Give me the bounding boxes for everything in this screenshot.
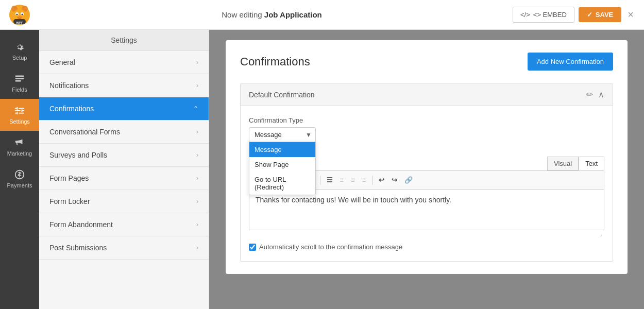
nav-item-confirmations[interactable]: Confirmations ⌃	[39, 97, 209, 121]
align-left-button[interactable]: ≡	[348, 175, 358, 185]
ordered-list-button[interactable]: ≡	[337, 175, 347, 185]
embed-label: <> EMBED	[533, 11, 567, 19]
card-header: Confirmations Add New Confirmation	[240, 53, 613, 71]
panel-actions: ✏ ∧	[586, 90, 604, 99]
chevron-right-icon: ›	[196, 175, 198, 182]
nav-item-post-submissions[interactable]: Post Submissions ›	[39, 236, 209, 260]
fields-label: Fields	[12, 87, 27, 93]
editor-content-area[interactable]: Thanks for contacting us! We will be in …	[249, 189, 604, 230]
nav-item-notifications[interactable]: Notifications ›	[39, 74, 209, 97]
megaphone-icon	[14, 137, 25, 148]
top-header: WPF Now editing Job Application </> <> E…	[0, 0, 644, 30]
toolbar-separator-2	[372, 176, 372, 185]
setup-label: Setup	[12, 55, 27, 61]
chevron-right-icon: ›	[196, 59, 198, 66]
nav-post-submissions-label: Post Submissions	[49, 244, 107, 252]
content-card: Confirmations Add New Confirmation Defau…	[226, 40, 628, 274]
svg-rect-13	[15, 80, 21, 82]
logo-icon: WPF	[8, 4, 31, 26]
svg-point-7	[22, 13, 23, 15]
nav-notifications-label: Notifications	[49, 81, 89, 90]
editing-title: Now editing Job Application	[222, 10, 322, 19]
nav-item-form-pages[interactable]: Form Pages ›	[39, 167, 209, 190]
auto-scroll-row: Automatically scroll to the confirmation…	[249, 243, 604, 251]
check-icon: ✓	[587, 11, 592, 19]
settings-heading: Settings	[39, 30, 209, 51]
nav-confirmations-label: Confirmations	[49, 105, 94, 113]
link-button[interactable]: 🔗	[402, 175, 415, 185]
fields-icon	[14, 73, 25, 84]
sidebar-item-marketing[interactable]: Marketing	[0, 131, 39, 163]
marketing-label: Marketing	[7, 150, 32, 157]
auto-scroll-label: Automatically scroll to the confirmation…	[259, 243, 402, 251]
option-show-page[interactable]: Show Page	[249, 157, 315, 172]
nav-item-form-locker[interactable]: Form Locker ›	[39, 190, 209, 213]
auto-scroll-checkbox[interactable]	[249, 244, 256, 251]
chevron-right-icon: ›	[196, 244, 198, 251]
main-content: Confirmations Add New Confirmation Defau…	[209, 30, 644, 309]
panel-header: Default Confirmation ✏ ∧	[241, 83, 613, 106]
editor-text: Thanks for contacting us! We will be in …	[256, 196, 451, 204]
main-layout: Setup Fields Settings Marketing	[0, 30, 644, 309]
tab-visual[interactable]: Visual	[547, 157, 579, 170]
chevron-right-icon: ›	[196, 128, 198, 135]
nav-form-abandonment-label: Form Abandonment	[49, 220, 113, 229]
nav-item-form-abandonment[interactable]: Form Abandonment ›	[39, 213, 209, 236]
dropdown-options: Message Show Page Go to URL (Redirect)	[249, 142, 316, 195]
redo-button[interactable]: ↪	[389, 175, 400, 185]
tab-text[interactable]: Text	[579, 157, 604, 170]
nav-item-surveys-polls[interactable]: Surveys and Polls ›	[39, 144, 209, 167]
save-label: SAVE	[596, 11, 613, 19]
svg-text:WPF: WPF	[16, 21, 23, 24]
sliders-icon	[14, 105, 25, 116]
save-button[interactable]: ✓ SAVE	[579, 7, 621, 22]
chevron-right-icon: ›	[196, 221, 198, 228]
confirmation-body: Confirmation Type Message Show Page Go t…	[241, 106, 613, 261]
nav-form-locker-label: Form Locker	[49, 197, 90, 205]
sidebar-item-payments[interactable]: Payments	[0, 163, 39, 195]
svg-rect-12	[15, 78, 24, 79]
nav-item-general[interactable]: General ›	[39, 51, 209, 74]
nav-surveys-label: Surveys and Polls	[49, 151, 107, 159]
svg-rect-11	[15, 76, 24, 77]
add-confirmation-button[interactable]: Add New Confirmation	[528, 53, 613, 71]
sidebar-item-setup[interactable]: Setup	[0, 35, 39, 67]
toolbar-separator	[320, 176, 320, 185]
option-redirect[interactable]: Go to URL (Redirect)	[249, 172, 315, 195]
embed-button[interactable]: </> <> EMBED	[513, 7, 574, 23]
confirmation-type-dropdown: Message Show Page Go to URL (Redirect) ▼…	[249, 127, 316, 142]
nav-sidebar: Settings General › Notifications › Confi…	[39, 30, 209, 309]
align-center-button[interactable]: ≡	[360, 175, 369, 185]
sidebar-item-settings[interactable]: Settings	[0, 99, 39, 131]
chevron-down-icon: ⌃	[193, 105, 198, 112]
nav-general-label: General	[49, 58, 75, 66]
unordered-list-button[interactable]: ☰	[324, 175, 335, 185]
gear-icon	[14, 41, 25, 53]
icon-sidebar: Setup Fields Settings Marketing	[0, 30, 39, 309]
undo-button[interactable]: ↩	[376, 175, 387, 185]
logo: WPF	[8, 4, 31, 26]
chevron-right-icon: ›	[196, 151, 198, 159]
close-button[interactable]: ×	[625, 7, 636, 23]
dollar-icon	[14, 169, 25, 180]
resize-handle[interactable]: ⌟	[249, 230, 604, 238]
panel-title: Default Confirmation	[249, 91, 315, 99]
nav-form-pages-label: Form Pages	[49, 174, 89, 182]
settings-label: Settings	[9, 118, 30, 125]
nav-conversational-label: Conversational Forms	[49, 128, 120, 136]
type-label: Confirmation Type	[249, 116, 604, 124]
header-actions: </> <> EMBED ✓ SAVE ×	[513, 7, 636, 23]
chevron-right-icon: ›	[196, 82, 198, 89]
sidebar-item-fields[interactable]: Fields	[0, 67, 39, 99]
collapse-panel-button[interactable]: ∧	[598, 90, 604, 99]
embed-icon: </>	[520, 11, 530, 19]
option-message[interactable]: Message	[249, 142, 315, 157]
chevron-right-icon: ›	[196, 198, 198, 205]
page-title: Confirmations	[240, 55, 310, 68]
edit-panel-button[interactable]: ✏	[586, 90, 593, 99]
type-select[interactable]: Message Show Page Go to URL (Redirect)	[249, 127, 316, 142]
nav-item-conversational-forms[interactable]: Conversational Forms ›	[39, 121, 209, 144]
svg-point-6	[16, 13, 18, 15]
payments-label: Payments	[7, 182, 32, 188]
confirmation-panel: Default Confirmation ✏ ∧ Confirmation Ty…	[240, 83, 613, 262]
